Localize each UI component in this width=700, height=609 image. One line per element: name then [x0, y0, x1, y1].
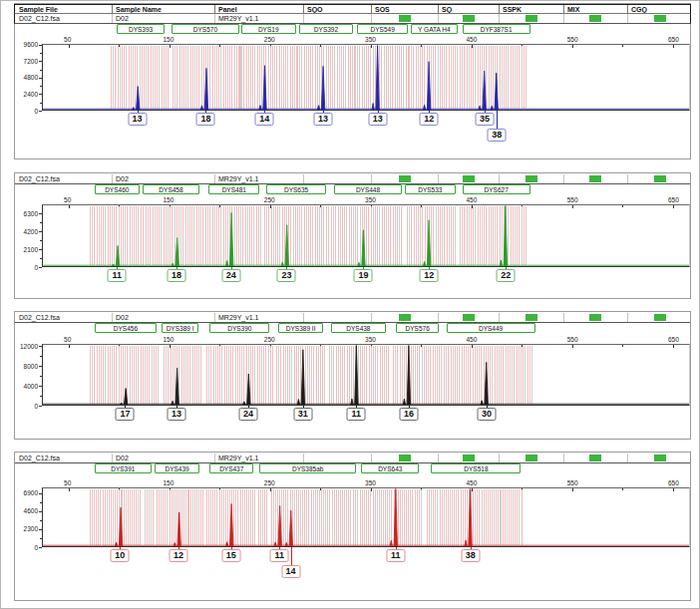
panel-name-cell: MR29Y_v1.1: [218, 174, 258, 183]
allele-box-11[interactable]: 11: [108, 269, 127, 282]
column-separator: [563, 454, 564, 462]
electropherogram-panel-black[interactable]: D02_C12.fsaD02MR29Y_v1.1DYS456DYS389 IDY…: [14, 311, 691, 440]
column-separator: [371, 454, 372, 462]
marker-box-DYS458[interactable]: DYS458: [143, 184, 200, 194]
y-tick-mark: [39, 61, 42, 62]
plot-area[interactable]: [42, 344, 690, 406]
electropherogram-panel-blue[interactable]: Sample FileSample NamePanelSQOSOSSQSSPKM…: [14, 3, 691, 159]
marker-box-DYS460[interactable]: DYS460: [95, 184, 140, 194]
marker-box-DYS570[interactable]: DYS570: [172, 24, 239, 34]
sample-row[interactable]: D02_C12.fsaD02MR29Y_v1.1: [15, 313, 690, 323]
marker-box-DYS439[interactable]: DYS439: [155, 463, 200, 473]
allele-box-13[interactable]: 13: [128, 113, 147, 126]
marker-box-DYS438[interactable]: DYS438: [331, 323, 386, 333]
sample-row[interactable]: D02_C12.fsaD02MR29Y_v1.1: [15, 454, 690, 463]
y-tick-mark: [39, 511, 42, 512]
allele-box-13[interactable]: 13: [313, 113, 332, 126]
marker-box-DYS389-I[interactable]: DYS389 I: [162, 323, 198, 333]
allele-box-19[interactable]: 19: [354, 269, 373, 282]
allele-box-30[interactable]: 30: [478, 408, 497, 421]
marker-box-DYS392[interactable]: DYS392: [299, 24, 354, 34]
allele-box-16[interactable]: 16: [400, 408, 419, 421]
marker-box-DYS643[interactable]: DYS643: [361, 463, 419, 473]
plot-area[interactable]: [42, 487, 690, 547]
allele-box-14[interactable]: 14: [281, 565, 300, 578]
marker-box-DYS385ab[interactable]: DYS385ab: [259, 463, 356, 473]
allele-box-11[interactable]: 11: [347, 408, 366, 421]
quality-flag-icon: [589, 15, 601, 22]
electropherogram-panel-red[interactable]: D02_C12.fsaD02MR29Y_v1.1DYS391DYS439DYS4…: [14, 452, 691, 601]
y-tick-mark: [39, 249, 42, 250]
x-tick-label: 50: [64, 36, 71, 43]
y-tick-label: 7200: [12, 58, 38, 65]
allele-box-13[interactable]: 13: [368, 113, 387, 126]
marker-box-Y-GATA-H4[interactable]: Y GATA H4: [411, 24, 458, 34]
y-tick-label: 4600: [12, 507, 38, 514]
allele-box-18[interactable]: 18: [168, 269, 186, 282]
allele-box-31[interactable]: 31: [293, 408, 312, 421]
sample-row[interactable]: D02_C12.fsaD02MR29Y_v1.1: [14, 13, 691, 24]
plot-area[interactable]: [42, 204, 690, 267]
x-axis-labels: 50150250350450550650: [42, 36, 690, 44]
marker-box-DYS389-II[interactable]: DYS389 II: [278, 323, 323, 333]
marker-box-DYS19[interactable]: DYS19: [241, 24, 296, 34]
marker-box-DYF387S1[interactable]: DYF387S1: [463, 24, 530, 34]
column-separator: [499, 454, 500, 462]
marker-box-DYS449[interactable]: DYS449: [447, 323, 535, 333]
allele-box-12[interactable]: 12: [420, 113, 439, 126]
allele-box-18[interactable]: 18: [196, 113, 215, 126]
y-tick-label: 2400: [12, 91, 38, 98]
allele-box-24[interactable]: 24: [221, 269, 240, 282]
sample-file-cell: D02_C12.fsa: [19, 313, 60, 322]
sample-file-cell: D02_C12.fsa: [19, 14, 60, 23]
y-minor-tick: [40, 240, 42, 241]
marker-box-DYS481[interactable]: DYS481: [208, 184, 259, 194]
allele-box-24[interactable]: 24: [238, 408, 257, 421]
marker-box-DYS393[interactable]: DYS393: [117, 24, 165, 34]
allele-box-11[interactable]: 11: [386, 549, 405, 562]
allele-box-38[interactable]: 38: [461, 549, 480, 562]
marker-box-DYS549[interactable]: DYS549: [357, 24, 408, 34]
column-separator: [438, 14, 439, 23]
quality-flag-icon: [589, 175, 601, 182]
allele-box-12[interactable]: 12: [420, 269, 439, 282]
column-separator: [214, 14, 215, 23]
allele-box-17[interactable]: 17: [116, 408, 135, 421]
marker-box-DYS437[interactable]: DYS437: [209, 463, 253, 473]
allele-box-10[interactable]: 10: [111, 549, 130, 562]
x-axis-labels: 50150250350450550650: [42, 479, 690, 487]
quality-flag-icon: [463, 455, 475, 461]
x-tick-label: 550: [567, 196, 578, 203]
y-minor-tick: [40, 396, 42, 397]
y-tick-mark: [39, 346, 42, 347]
electropherogram-panel-green[interactable]: D02_C12.fsaD02MR29Y_v1.1DYS460DYS458DYS4…: [14, 172, 691, 299]
allele-box-35[interactable]: 35: [476, 113, 495, 126]
allele-box-15[interactable]: 15: [221, 549, 240, 562]
allele-box-14[interactable]: 14: [255, 113, 274, 126]
column-separator: [112, 454, 113, 462]
marker-box-DYS390[interactable]: DYS390: [209, 323, 269, 333]
marker-box-DYS456[interactable]: DYS456: [95, 323, 157, 333]
marker-box-DYS448[interactable]: DYS448: [334, 184, 402, 194]
y-minor-tick: [40, 70, 42, 71]
marker-box-DYS533[interactable]: DYS533: [405, 184, 456, 194]
marker-box-DYS518[interactable]: DYS518: [431, 463, 521, 473]
column-separator: [499, 313, 500, 322]
y-tick-label: 0: [12, 403, 38, 410]
column-separator: [303, 313, 304, 322]
allele-box-23[interactable]: 23: [277, 269, 296, 282]
x-axis-labels: 50150250350450550650: [42, 336, 690, 344]
marker-box-DYS391[interactable]: DYS391: [95, 463, 152, 473]
sample-row[interactable]: D02_C12.fsaD02MR29Y_v1.1: [15, 174, 690, 184]
marker-box-DYS627[interactable]: DYS627: [463, 184, 530, 194]
x-tick-label: 50: [64, 336, 71, 343]
allele-box-12[interactable]: 12: [170, 549, 188, 562]
allele-box-22[interactable]: 22: [497, 269, 516, 282]
allele-box-13[interactable]: 13: [168, 408, 186, 421]
allele-box-38[interactable]: 38: [488, 129, 507, 142]
marker-box-DYS576[interactable]: DYS576: [396, 323, 440, 333]
column-separator: [214, 174, 215, 183]
allele-box-11[interactable]: 11: [270, 549, 289, 562]
plot-area[interactable]: [42, 44, 690, 111]
marker-box-DYS635[interactable]: DYS635: [266, 184, 326, 194]
